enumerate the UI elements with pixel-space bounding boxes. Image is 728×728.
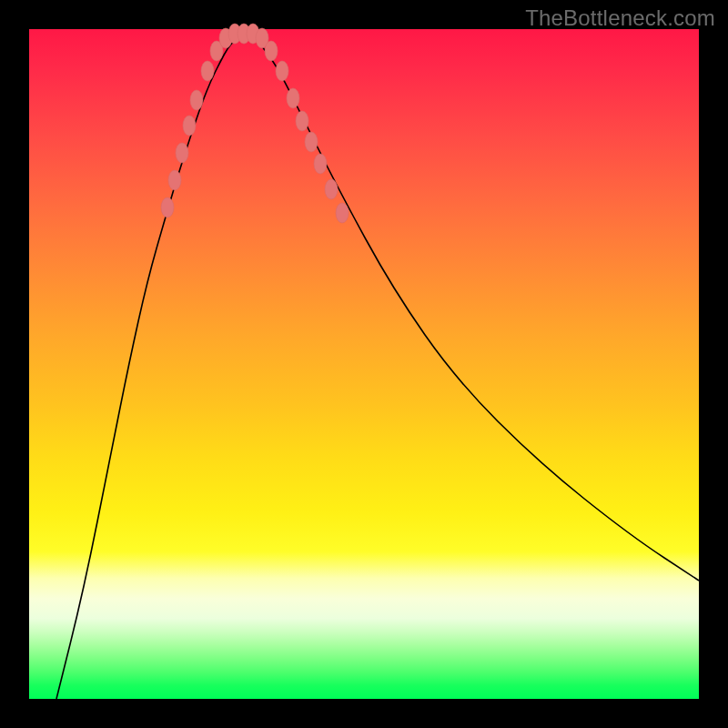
data-marker xyxy=(305,132,318,152)
marker-group xyxy=(161,24,349,223)
data-marker xyxy=(168,170,181,190)
bottleneck-curve xyxy=(56,35,699,699)
chart-overlay xyxy=(29,29,699,699)
chart-frame: TheBottleneck.com xyxy=(0,0,728,728)
data-marker xyxy=(176,143,188,163)
data-marker xyxy=(287,88,299,108)
data-marker xyxy=(161,197,174,217)
data-marker xyxy=(190,90,203,110)
data-marker xyxy=(276,61,288,81)
watermark-text: TheBottleneck.com xyxy=(525,5,715,31)
data-marker xyxy=(296,111,308,131)
plot-area xyxy=(29,29,699,699)
data-marker xyxy=(336,203,349,223)
data-marker xyxy=(325,179,338,199)
data-marker xyxy=(265,41,278,61)
data-marker xyxy=(183,116,196,136)
data-marker xyxy=(201,61,214,81)
data-marker xyxy=(314,154,327,174)
